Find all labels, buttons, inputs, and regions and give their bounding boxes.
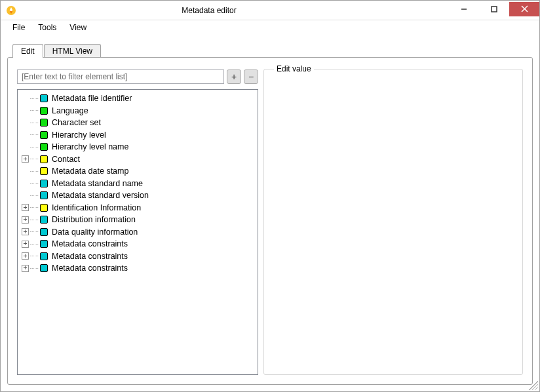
tree-node[interactable]: Metadata standard name — [18, 178, 258, 190]
expander-icon[interactable]: + — [22, 216, 29, 224]
tab-edit[interactable]: Edit — [12, 44, 43, 58]
tree-line-icon — [30, 268, 39, 269]
tree-line-icon — [30, 110, 39, 111]
expander-icon[interactable]: + — [22, 241, 29, 248]
menu-file[interactable]: File — [7, 22, 30, 33]
tree-line-icon — [30, 159, 39, 159]
tree-node[interactable]: Character set — [18, 117, 258, 129]
filter-input[interactable] — [17, 69, 224, 84]
tree-node[interactable]: Hierarchy level — [18, 129, 258, 142]
tree-node[interactable]: Metadata standard version — [18, 189, 258, 202]
tree-line-icon — [30, 256, 39, 256]
tree-line-icon — [30, 171, 39, 172]
node-label: Metadata constraints — [52, 252, 128, 261]
tree-line-icon — [30, 220, 39, 220]
title-bar: Metadata editor — [1, 1, 539, 20]
maximize-button[interactable] — [479, 2, 509, 16]
node-label: Metadata standard version — [52, 191, 149, 200]
expander-placeholder — [22, 144, 29, 151]
node-label: Language — [52, 106, 88, 115]
expander-icon[interactable]: + — [22, 265, 29, 272]
minimize-button[interactable] — [449, 2, 479, 16]
tab-strip: Edit HTML View — [7, 41, 533, 57]
tree-node[interactable]: +Metadata constraints — [18, 250, 258, 263]
node-color-icon — [40, 228, 48, 236]
filter-row: + − — [17, 69, 258, 84]
expander-icon[interactable]: + — [22, 228, 29, 235]
window-title: Metadata editor — [0, 6, 449, 15]
plus-icon: + — [231, 71, 237, 82]
expander-placeholder — [22, 119, 29, 127]
tree-node[interactable]: Hierarchy level name — [18, 141, 258, 153]
node-color-icon — [40, 204, 48, 212]
close-button[interactable] — [509, 2, 539, 16]
edit-value-legend: Edit value — [274, 64, 314, 73]
expander-placeholder — [22, 192, 29, 199]
expand-all-button[interactable]: + — [227, 69, 241, 84]
tree-line-icon — [30, 195, 39, 196]
minus-icon: − — [248, 71, 254, 82]
tree-line-icon — [30, 183, 39, 184]
expander-placeholder — [22, 131, 29, 138]
tab-panel-edit: + − Metadata file identifierLanguageChar… — [7, 57, 533, 385]
tree-node[interactable]: Metadata date stamp — [18, 165, 258, 178]
node-label: Data quality information — [52, 227, 138, 237]
node-label: Hierarchy level — [52, 130, 106, 140]
node-color-icon — [40, 131, 48, 139]
expander-icon[interactable]: + — [22, 204, 29, 211]
tree-line-icon — [30, 244, 39, 245]
app-window: Metadata editor File Tools View Edit HTM… — [0, 0, 540, 392]
expander-icon[interactable]: + — [22, 155, 29, 163]
expander-placeholder — [22, 180, 29, 187]
element-tree[interactable]: Metadata file identifierLanguageCharacte… — [17, 89, 258, 375]
tree-line-icon — [30, 231, 39, 232]
node-label: Identification Information — [52, 203, 141, 212]
node-color-icon — [40, 119, 48, 127]
menu-tools[interactable]: Tools — [33, 22, 62, 33]
expander-placeholder — [22, 107, 29, 114]
resize-grip-icon[interactable] — [529, 381, 538, 390]
node-color-icon — [40, 167, 48, 175]
node-label: Distribution information — [52, 215, 136, 224]
tree-node[interactable]: +Identification Information — [18, 202, 258, 214]
node-label: Metadata standard name — [52, 179, 143, 188]
node-color-icon — [40, 240, 48, 248]
node-label: Character set — [52, 118, 101, 127]
expander-placeholder — [22, 168, 29, 175]
node-color-icon — [40, 191, 48, 199]
node-color-icon — [40, 94, 48, 102]
node-label: Metadata file identifier — [52, 94, 132, 103]
tree-node[interactable]: +Data quality information — [18, 226, 258, 239]
tab-html-view[interactable]: HTML View — [44, 44, 101, 58]
content-area: Edit HTML View + − Metadata file identif… — [1, 35, 539, 391]
tree-node[interactable]: Language — [18, 105, 258, 117]
tree-line-icon — [30, 147, 39, 147]
svg-rect-2 — [492, 7, 497, 12]
node-color-icon — [40, 252, 48, 260]
node-label: Metadata date stamp — [52, 167, 128, 176]
collapse-all-button[interactable]: − — [244, 69, 258, 84]
node-color-icon — [40, 155, 48, 163]
tree-line-icon — [30, 134, 39, 135]
node-color-icon — [40, 143, 48, 151]
node-label: Hierarchy level name — [52, 142, 128, 151]
node-label: Metadata constraints — [52, 264, 128, 273]
node-color-icon — [40, 107, 48, 115]
tree-node[interactable]: +Contact — [18, 153, 258, 166]
menu-view[interactable]: View — [64, 22, 92, 33]
expander-placeholder — [22, 95, 29, 102]
tree-node[interactable]: Metadata file identifier — [18, 92, 258, 105]
node-label: Contact — [52, 155, 80, 164]
tree-line-icon — [30, 98, 39, 99]
node-label: Metadata constraints — [52, 239, 128, 248]
node-color-icon — [40, 264, 48, 272]
expander-icon[interactable]: + — [22, 252, 29, 260]
tree-line-icon — [30, 123, 39, 123]
tree-node[interactable]: +Distribution information — [18, 214, 258, 226]
tree-node[interactable]: +Metadata constraints — [18, 262, 258, 275]
tree-line-icon — [30, 207, 39, 208]
tree-node[interactable]: +Metadata constraints — [18, 238, 258, 250]
edit-value-pane: Edit value — [263, 69, 526, 375]
edit-value-group: Edit value — [263, 64, 523, 375]
tree-pane: + − Metadata file identifierLanguageChar… — [17, 69, 258, 375]
